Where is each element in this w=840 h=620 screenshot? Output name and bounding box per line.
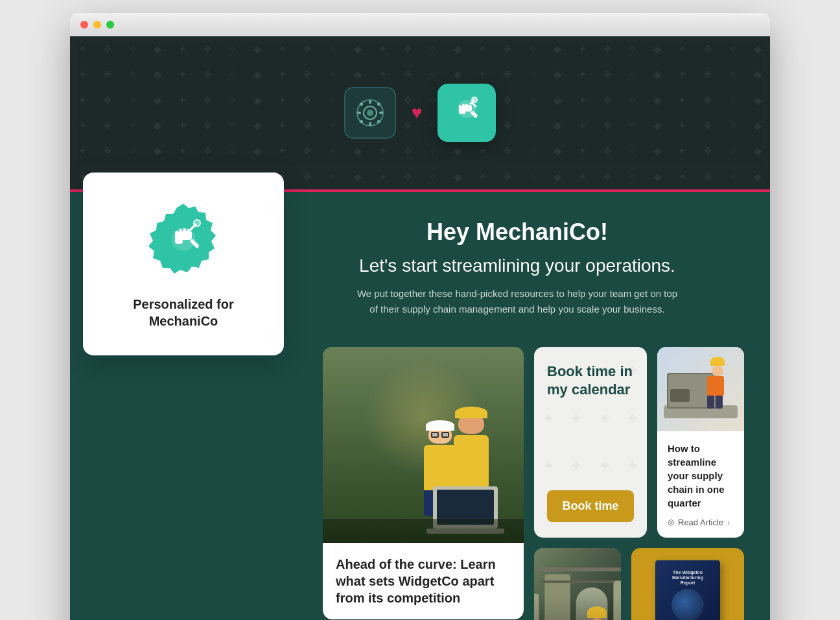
manufacturing-report-book: The WidgetcoManufacturingReport: [655, 560, 720, 620]
rss-icon: ◎: [668, 518, 674, 527]
right-column: ✦ ✦ ✦ ✦ ✦ ✦ ✦ ✦ ✦ ✦ ✦ ✦: [534, 347, 744, 620]
svg-rect-16: [462, 104, 465, 110]
browser-content: ✦❖✧◆✦❖✧◆✦❖✧◆✦❖✧◆✦❖✧◆✦❖✧◆✦❖✧◆✦❖✧◆✦❖✧◆✦❖✧◆…: [70, 36, 770, 620]
article-card[interactable]: How to streamline your supply chain in o…: [657, 347, 744, 538]
article-image: [657, 347, 744, 431]
article-title: How to streamline your supply chain in o…: [668, 442, 734, 510]
photo-card-workers[interactable]: Ahead of the curve: Learn what sets Widg…: [323, 347, 524, 619]
heart-icon: ♥: [412, 102, 423, 123]
article-arrow-icon: ›: [727, 518, 730, 527]
svg-rect-3: [369, 100, 371, 104]
svg-rect-25: [187, 229, 190, 237]
svg-point-26: [194, 220, 200, 226]
logo-area: ♥: [344, 84, 496, 142]
platform-logo-icon: [355, 97, 386, 128]
svg-point-2: [367, 110, 373, 116]
calendar-card: ✦ ✦ ✦ ✦ ✦ ✦ ✦ ✦ ✦ ✦ ✦ ✦: [534, 347, 647, 538]
personalized-label: Personalized for MechaniCo: [133, 296, 234, 329]
top-banner: ✦❖✧◆✦❖✧◆✦❖✧◆✦❖✧◆✦❖✧◆✦❖✧◆✦❖✧◆✦❖✧◆✦❖✧◆✦❖✧◆…: [70, 36, 770, 192]
main-content: Personalized for MechaniCo Hey MechaniCo…: [70, 192, 770, 620]
photo-overlay: Ahead of the curve: Learn what sets Widg…: [323, 543, 524, 619]
hero-subtitle-line: Let's start streamlining your operations…: [329, 255, 705, 277]
svg-rect-17: [465, 104, 468, 110]
close-dot[interactable]: [80, 21, 88, 29]
svg-rect-6: [379, 112, 383, 114]
industrial-photo-card[interactable]: [534, 548, 621, 620]
svg-rect-22: [175, 231, 179, 237]
svg-rect-15: [459, 105, 461, 110]
minimize-dot[interactable]: [93, 21, 101, 29]
brand-logo-box: [438, 84, 496, 142]
personalized-card: Personalized for MechaniCo: [83, 173, 284, 355]
svg-rect-4: [369, 122, 371, 126]
golden-book-card[interactable]: The WidgetcoManufacturingReport: [631, 548, 744, 620]
brand-badge: [141, 198, 226, 283]
top-cards-row: ✦ ✦ ✦ ✦ ✦ ✦ ✦ ✦ ✦ ✦ ✦ ✦: [534, 347, 744, 538]
svg-rect-23: [179, 229, 182, 237]
svg-rect-5: [357, 112, 361, 114]
calendar-title: Book time in my calendar: [547, 363, 634, 399]
book-time-button[interactable]: Book time: [547, 490, 634, 522]
brand-logo-icon: [449, 95, 485, 131]
read-article-label: Read Article: [678, 518, 723, 527]
browser-titlebar: [70, 13, 770, 36]
cards-container: Ahead of the curve: Learn what sets Widg…: [323, 347, 744, 620]
book-globe-icon: [671, 589, 704, 620]
article-body: How to streamline your supply chain in o…: [657, 431, 744, 538]
svg-rect-18: [469, 105, 471, 110]
browser-window: ✦❖✧◆✦❖✧◆✦❖✧◆✦❖✧◆✦❖✧◆✦❖✧◆✦❖✧◆✦❖✧◆✦❖✧◆✦❖✧◆…: [70, 13, 770, 620]
read-article-link[interactable]: ◎ Read Article ›: [668, 518, 734, 527]
hero-title: Hey MechaniCo!: [329, 218, 705, 246]
photo-card-title: Ahead of the curve: Learn what sets Widg…: [336, 556, 511, 606]
bottom-cards-row: The WidgetcoManufacturingReport: [534, 548, 744, 620]
hero-body: We put together these hand-picked resour…: [355, 286, 679, 317]
maximize-dot[interactable]: [106, 21, 114, 29]
svg-point-14: [472, 97, 477, 102]
platform-logo-box: [344, 87, 396, 139]
svg-rect-24: [183, 228, 186, 237]
